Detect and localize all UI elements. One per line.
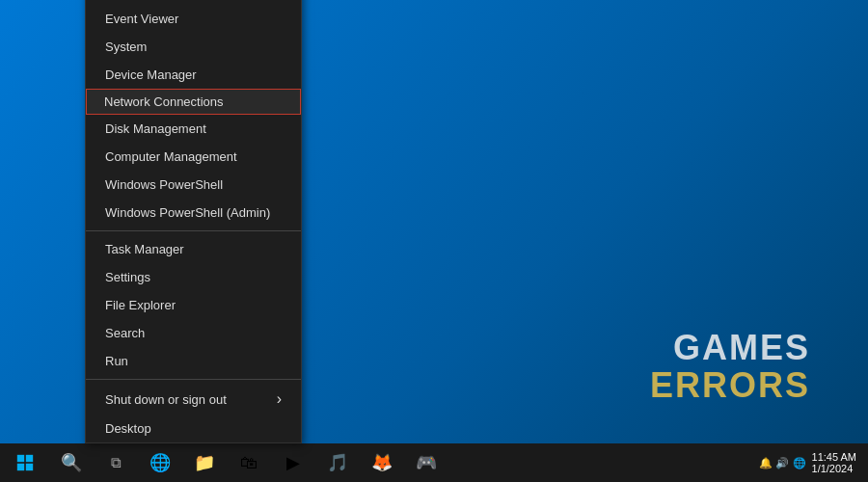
menu-item-label-task-manager: Task Manager bbox=[105, 242, 184, 256]
menu-item-label-desktop: Desktop bbox=[105, 421, 151, 436]
menu-item-label-file-explorer: File Explorer bbox=[105, 298, 176, 312]
svg-rect-1 bbox=[26, 455, 33, 462]
svg-rect-0 bbox=[17, 455, 24, 462]
menu-item-task-manager[interactable]: Task Manager bbox=[86, 235, 301, 263]
menu-item-windows-powershell-admin[interactable]: Windows PowerShell (Admin) bbox=[86, 199, 301, 227]
menu-divider-after-windows-powershell-admin bbox=[86, 230, 301, 231]
taskbar-icons: 🔍 ⧉ 🌐 📁 🛍 ▶ 🎵 🦊 🎮 bbox=[50, 443, 448, 482]
clock: 11:45 AM1/1/2024 bbox=[812, 451, 856, 474]
store-icon[interactable]: 🛍 bbox=[228, 443, 270, 482]
menu-item-label-shut-down-sign-out: Shut down or sign out bbox=[105, 392, 227, 407]
search-taskbar-icon[interactable]: 🔍 bbox=[50, 443, 93, 482]
edge-icon[interactable]: 🌐 bbox=[139, 443, 181, 482]
menu-item-run[interactable]: Run bbox=[86, 347, 301, 375]
menu-item-label-run: Run bbox=[105, 354, 128, 368]
menu-item-network-connections[interactable]: Network Connections bbox=[86, 89, 301, 115]
menu-item-label-event-viewer: Event Viewer bbox=[105, 12, 178, 26]
menu-item-label-settings: Settings bbox=[105, 270, 150, 284]
menu-item-shut-down-sign-out[interactable]: Shut down or sign out› bbox=[86, 384, 301, 415]
taskbar: 🔍 ⧉ 🌐 📁 🛍 ▶ 🎵 🦊 🎮 🔔 🔊 🌐 11:45 AM1/1/2024 bbox=[0, 443, 868, 482]
menu-item-file-explorer[interactable]: File Explorer bbox=[86, 291, 301, 319]
browser-icon[interactable]: 🦊 bbox=[361, 443, 403, 482]
menu-item-label-system: System bbox=[105, 40, 147, 54]
explorer-icon[interactable]: 📁 bbox=[183, 443, 226, 482]
game-icon[interactable]: 🎮 bbox=[405, 443, 448, 482]
start-button[interactable] bbox=[4, 443, 46, 482]
menu-item-windows-powershell[interactable]: Windows PowerShell bbox=[86, 171, 301, 199]
menu-item-disk-management[interactable]: Disk Management bbox=[86, 115, 301, 143]
taskview-icon[interactable]: ⧉ bbox=[95, 443, 137, 482]
menu-item-label-computer-management: Computer Management bbox=[105, 149, 237, 164]
context-menu: Apps and FeaturesPower OptionsEvent View… bbox=[85, 0, 302, 443]
menu-item-event-viewer[interactable]: Event Viewer bbox=[86, 5, 301, 33]
menu-item-label-device-manager: Device Manager bbox=[105, 67, 197, 82]
menu-item-label-search: Search bbox=[105, 326, 145, 340]
menu-item-device-manager[interactable]: Device Manager bbox=[86, 61, 301, 89]
watermark: GAMES ERRORS bbox=[650, 329, 810, 405]
svg-rect-3 bbox=[26, 464, 33, 470]
menu-item-label-windows-powershell-admin: Windows PowerShell (Admin) bbox=[105, 205, 270, 220]
watermark-games: GAMES bbox=[650, 329, 810, 367]
menu-divider-after-run bbox=[86, 379, 301, 380]
menu-item-system[interactable]: System bbox=[86, 33, 301, 61]
menu-item-label-windows-powershell: Windows PowerShell bbox=[105, 177, 223, 192]
desktop: GAMES ERRORS Apps and FeaturesPower Opti… bbox=[0, 0, 868, 482]
svg-rect-2 bbox=[17, 464, 24, 470]
taskbar-right: 🔔 🔊 🌐 11:45 AM1/1/2024 bbox=[759, 451, 864, 474]
menu-item-computer-management[interactable]: Computer Management bbox=[86, 143, 301, 171]
menu-item-search[interactable]: Search bbox=[86, 319, 301, 347]
menu-item-settings[interactable]: Settings bbox=[86, 263, 301, 291]
menu-item-label-disk-management: Disk Management bbox=[105, 121, 206, 136]
menu-item-arrow-shut-down-sign-out: › bbox=[277, 390, 282, 408]
watermark-errors: ERRORS bbox=[650, 366, 810, 405]
menu-item-desktop[interactable]: Desktop bbox=[86, 415, 301, 442]
menu-item-label-network-connections: Network Connections bbox=[104, 94, 224, 109]
media-icon[interactable]: ▶ bbox=[272, 443, 314, 482]
music-icon[interactable]: 🎵 bbox=[316, 443, 359, 482]
system-tray-icons: 🔔 🔊 🌐 bbox=[759, 457, 805, 469]
